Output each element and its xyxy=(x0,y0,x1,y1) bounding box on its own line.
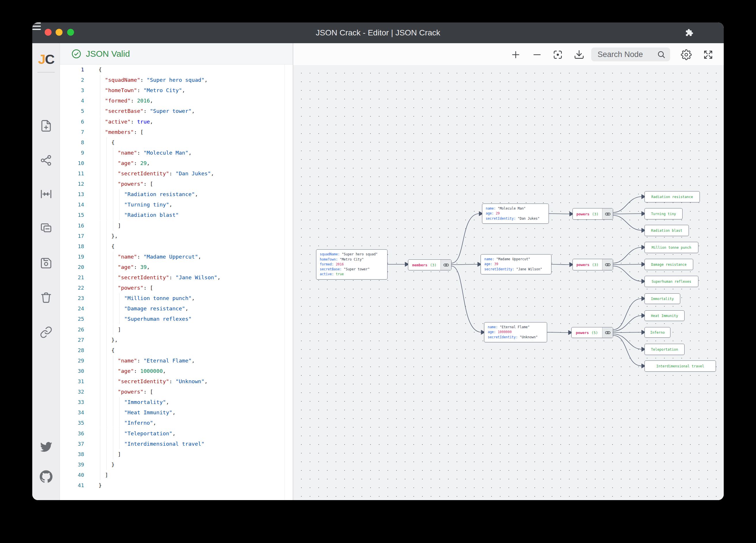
graph-node-member-2[interactable]: name: "Madame Uppercut"age: 39secretIden… xyxy=(481,254,551,274)
focus-center-button[interactable] xyxy=(551,48,565,62)
collapse-link-icon[interactable] xyxy=(441,260,451,270)
code-line: 26] xyxy=(60,324,293,335)
graph-node-leaf-6[interactable]: Superhuman reflexes xyxy=(645,276,698,287)
code-line: 21"secretIdentity": "Jane Wilson", xyxy=(60,272,293,283)
graph-node-root[interactable]: squadName: "Super hero squad"homeTown: "… xyxy=(316,249,388,279)
copy-icon xyxy=(40,222,52,235)
leaf-node-text: Teleportation xyxy=(651,347,678,351)
code-line: 20"age": 39, xyxy=(60,262,293,272)
code-line: 34"Heat Immunity", xyxy=(60,407,293,418)
graph-canvas[interactable]: squadName: "Super hero squad"homeTown: "… xyxy=(293,66,724,500)
leaf-node-text: Turning tiny xyxy=(651,212,676,216)
line-number: 37 xyxy=(60,439,84,449)
zoom-in-button[interactable] xyxy=(509,48,523,62)
line-number: 16 xyxy=(60,221,84,231)
line-number: 30 xyxy=(60,366,84,376)
graph-node-leaf-8[interactable]: Heat Immunity xyxy=(645,310,685,321)
line-number: 29 xyxy=(60,355,84,366)
code-line: 22"powers": [ xyxy=(60,283,293,293)
node-child-count: (3) xyxy=(430,263,437,267)
code-line: 17}, xyxy=(60,231,293,241)
graph-node-members[interactable]: members(3) xyxy=(408,260,451,271)
graph-node-leaf-1[interactable]: Radiation resistance xyxy=(645,191,700,203)
fullscreen-button[interactable] xyxy=(701,48,715,62)
copy-button[interactable] xyxy=(40,222,52,235)
leaf-node-text: Inferno xyxy=(650,330,665,334)
save-button[interactable] xyxy=(40,257,52,270)
graph-node-leaf-10[interactable]: Teleportation xyxy=(645,344,685,355)
code-line: 5"secretBase": "Super tower", xyxy=(60,106,293,116)
collapse-link-icon[interactable] xyxy=(602,209,613,220)
download-icon xyxy=(574,49,585,60)
download-image-button[interactable] xyxy=(572,48,586,62)
node-label: powers xyxy=(577,212,589,216)
leaf-node-text: Damage resistance xyxy=(651,263,687,267)
graph-node-leaf-11[interactable]: Interdimensional travel xyxy=(645,360,716,372)
graph-node-leaf-4[interactable]: Million tonne punch xyxy=(645,242,698,253)
extensions-puzzle-icon[interactable] xyxy=(684,28,694,38)
code-line: 18{ xyxy=(60,241,293,252)
twitter-button[interactable] xyxy=(40,441,52,453)
graph-node-leaf-7[interactable]: Immortality xyxy=(645,293,680,304)
line-number: 5 xyxy=(60,106,84,116)
code-line: 7"members": [ xyxy=(60,127,293,137)
code-line: 33"Immortality", xyxy=(60,397,293,407)
line-number: 3 xyxy=(60,85,84,96)
leaf-node-text: Heat Immunity xyxy=(651,314,678,318)
github-icon xyxy=(40,470,52,483)
search-node-box xyxy=(591,48,670,61)
code-line: 6"active": true, xyxy=(60,117,293,127)
graph-node-member-3[interactable]: name: "Eternal Flame"age: 1000000secretI… xyxy=(484,322,547,342)
graph-view-icon xyxy=(40,154,52,167)
code-line: 3"homeTown": "Metro City", xyxy=(60,85,293,96)
focus-icon xyxy=(552,49,563,60)
code-line: 13"Radiation resistance", xyxy=(60,189,293,200)
collapse-link-icon[interactable] xyxy=(602,327,613,338)
line-number: 9 xyxy=(60,148,84,158)
code-editor[interactable]: 1{2"squadName": "Super hero squad",3"hom… xyxy=(60,65,293,500)
line-number: 36 xyxy=(60,428,84,439)
code-line: 27}, xyxy=(60,335,293,345)
app-window: JSON Crack - Editor | JSON Crack JC xyxy=(32,22,724,500)
graph-node-leaf-9[interactable]: Inferno xyxy=(645,327,670,338)
settings-button[interactable] xyxy=(679,48,693,62)
search-node-input[interactable] xyxy=(598,50,657,59)
zoom-out-button[interactable] xyxy=(530,48,544,62)
center-fit-button[interactable] xyxy=(40,188,52,201)
graph-node-powers-1[interactable]: powers(3) xyxy=(572,208,613,220)
graph-node-leaf-2[interactable]: Turning tiny xyxy=(645,208,683,220)
graph-node-powers-2[interactable]: powers(3) xyxy=(572,259,613,271)
code-line: 41} xyxy=(60,480,293,491)
line-number: 25 xyxy=(60,314,84,324)
graph-node-member-1[interactable]: name: "Molecule Man"age: 29secretIdentit… xyxy=(482,204,549,224)
code-line: 32"powers": [ xyxy=(60,387,293,397)
app-logo[interactable]: JC xyxy=(32,51,60,67)
node-child-count: (3) xyxy=(592,212,599,216)
code-line: 28{ xyxy=(60,345,293,355)
graph-view-button[interactable] xyxy=(40,154,52,167)
line-number: 38 xyxy=(60,449,84,459)
check-circle-icon xyxy=(71,49,81,59)
code-line: 10"age": 29, xyxy=(60,158,293,169)
save-icon xyxy=(40,257,52,270)
line-number: 35 xyxy=(60,418,84,428)
new-document-button[interactable] xyxy=(40,120,52,132)
leaf-node-text: Radiation resistance xyxy=(651,195,693,199)
search-icon[interactable] xyxy=(657,50,666,59)
json-valid-status: JSON Valid xyxy=(86,49,130,59)
sponsor-button[interactable] xyxy=(40,499,52,500)
window-title: JSON Crack - Editor | JSON Crack xyxy=(32,22,724,43)
collapse-link-icon[interactable] xyxy=(602,259,613,270)
code-line: 1{ xyxy=(60,65,293,75)
code-line: 14"Turning tiny", xyxy=(60,200,293,210)
share-link-button[interactable] xyxy=(40,326,52,338)
line-number: 31 xyxy=(60,376,84,387)
graph-node-leaf-5[interactable]: Damage resistance xyxy=(645,259,693,270)
link-icon xyxy=(40,326,52,338)
delete-button[interactable] xyxy=(40,291,52,304)
graph-node-powers-3[interactable]: powers(5) xyxy=(571,327,613,338)
github-button[interactable] xyxy=(40,470,52,483)
code-line: 39} xyxy=(60,459,293,470)
graph-node-leaf-3[interactable]: Radiation blast xyxy=(645,225,689,236)
leaf-node-text: Radiation blast xyxy=(651,229,682,233)
